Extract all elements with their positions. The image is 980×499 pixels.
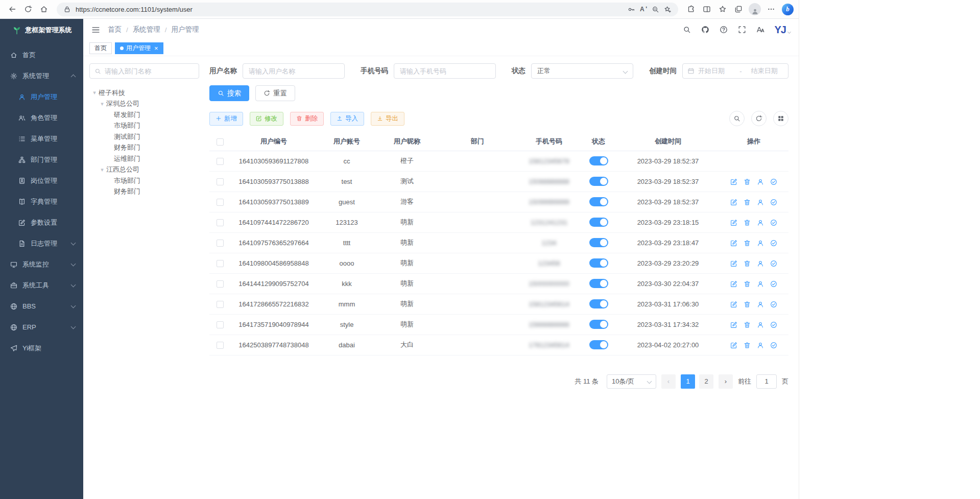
reset-password-icon[interactable]	[757, 301, 764, 308]
reset-password-icon[interactable]	[757, 342, 764, 349]
split-screen-icon[interactable]	[700, 2, 714, 16]
edit-row-icon[interactable]	[730, 240, 737, 247]
assign-role-icon[interactable]	[770, 240, 777, 247]
browser-back-icon[interactable]	[5, 2, 19, 16]
column-settings-button[interactable]	[773, 111, 788, 126]
caret-down-icon[interactable]: ▾	[98, 101, 106, 107]
export-button[interactable]: 导出	[371, 112, 404, 126]
reset-button[interactable]: 重置	[255, 85, 295, 101]
zoom-out-icon[interactable]	[652, 6, 659, 13]
edit-row-icon[interactable]	[730, 260, 737, 267]
row-checkbox[interactable]	[217, 219, 224, 226]
fullscreen-icon[interactable]	[738, 26, 746, 34]
sidebar-item-menu-management[interactable]: 菜单管理	[0, 128, 83, 149]
delete-row-icon[interactable]	[744, 199, 751, 206]
delete-row-icon[interactable]	[744, 280, 751, 288]
status-toggle[interactable]	[589, 156, 608, 165]
page-2-button[interactable]: 2	[699, 374, 713, 389]
edit-row-icon[interactable]	[730, 199, 737, 206]
edit-row-icon[interactable]	[730, 280, 737, 288]
status-toggle[interactable]	[589, 320, 608, 329]
browser-refresh-icon[interactable]	[21, 2, 35, 16]
page-size-select[interactable]: 10条/页	[607, 374, 656, 389]
row-checkbox[interactable]	[217, 199, 224, 206]
tree-node[interactable]: 运维部门	[89, 153, 199, 164]
edit-row-icon[interactable]	[730, 342, 737, 349]
extensions-icon[interactable]	[684, 2, 698, 16]
sidebar-item-system-tools[interactable]: 系统工具	[0, 275, 83, 296]
read-aloud-icon[interactable]: A ʹ	[640, 6, 647, 13]
row-checkbox[interactable]	[217, 321, 224, 328]
favorite-star-icon[interactable]	[664, 6, 672, 13]
sidebar-item-system-management[interactable]: 系统管理	[0, 65, 83, 86]
status-toggle[interactable]	[589, 218, 608, 227]
reset-password-icon[interactable]	[757, 199, 764, 206]
tree-node[interactable]: ▾橙子科技	[89, 87, 199, 99]
modify-button[interactable]: 修改	[250, 112, 283, 126]
collections-icon[interactable]	[731, 2, 746, 16]
sidebar-item-dept-management[interactable]: 部门管理	[0, 149, 83, 170]
row-checkbox[interactable]	[217, 158, 224, 165]
sidebar-collapse-icon[interactable]	[91, 26, 100, 34]
status-toggle[interactable]	[589, 238, 608, 247]
goto-page-input[interactable]	[756, 374, 777, 389]
assign-role-icon[interactable]	[770, 199, 777, 206]
delete-row-icon[interactable]	[744, 219, 751, 226]
row-checkbox[interactable]	[217, 280, 224, 288]
import-button[interactable]: 导入	[330, 112, 364, 126]
sidebar-item-dict-management[interactable]: 字典管理	[0, 191, 83, 212]
edit-row-icon[interactable]	[730, 219, 737, 226]
tree-node[interactable]: 财务部门	[89, 142, 199, 154]
delete-row-icon[interactable]	[744, 260, 751, 267]
password-key-icon[interactable]	[628, 6, 635, 13]
dept-search-input[interactable]	[105, 67, 194, 75]
sidebar-item-param-settings[interactable]: 参数设置	[0, 212, 83, 233]
search-button[interactable]: 搜索	[209, 85, 249, 101]
page-1-button[interactable]: 1	[681, 374, 695, 389]
sidebar-item-home[interactable]: 首页	[0, 44, 83, 65]
status-toggle[interactable]	[589, 279, 608, 288]
close-icon[interactable]: ×	[154, 45, 158, 52]
toggle-search-button[interactable]	[729, 111, 745, 126]
assign-role-icon[interactable]	[770, 280, 777, 288]
edit-row-icon[interactable]	[730, 301, 737, 308]
sidebar-item-yi-framework[interactable]: Yi框架	[0, 338, 83, 359]
browser-profile-avatar[interactable]	[749, 3, 761, 15]
assign-role-icon[interactable]	[770, 321, 777, 328]
row-checkbox[interactable]	[217, 240, 224, 247]
tree-node[interactable]: 市场部门	[89, 121, 199, 132]
sidebar-item-erp[interactable]: ERP	[0, 317, 83, 338]
assign-role-icon[interactable]	[770, 178, 777, 185]
sidebar-item-system-monitor[interactable]: 系统监控	[0, 254, 83, 275]
reset-password-icon[interactable]	[757, 280, 764, 288]
copilot-icon[interactable]: b	[782, 4, 794, 15]
prev-page-button[interactable]: ‹	[661, 374, 676, 389]
header-search-icon[interactable]	[683, 26, 691, 34]
sidebar-item-role-management[interactable]: 角色管理	[0, 107, 83, 128]
select-all-checkbox[interactable]	[217, 138, 224, 146]
tab-user-management[interactable]: 用户管理×	[115, 42, 163, 54]
github-icon[interactable]	[701, 26, 709, 34]
status-toggle[interactable]	[589, 197, 608, 206]
edit-row-icon[interactable]	[730, 178, 737, 185]
delete-row-icon[interactable]	[744, 178, 751, 185]
address-bar[interactable]: https://ccnetcore.com:1101/system/user A…	[57, 3, 678, 16]
sidebar-item-bbs[interactable]: BBS	[0, 296, 83, 317]
next-page-button[interactable]: ›	[719, 374, 733, 389]
status-select[interactable]: 正常	[531, 63, 633, 79]
username-input[interactable]	[243, 63, 345, 79]
help-icon[interactable]	[720, 26, 728, 34]
browser-home-icon[interactable]	[37, 2, 51, 16]
breadcrumb-item[interactable]: 首页	[108, 25, 122, 34]
status-toggle[interactable]	[589, 299, 608, 308]
url-text[interactable]: https://ccnetcore.com:1101/system/user	[76, 6, 623, 13]
delete-row-icon[interactable]	[744, 301, 751, 308]
sidebar-item-log-management[interactable]: 日志管理	[0, 233, 83, 254]
tab-home[interactable]: 首页	[89, 42, 112, 54]
delete-row-icon[interactable]	[744, 321, 751, 328]
edit-row-icon[interactable]	[730, 321, 737, 328]
sidebar-item-post-management[interactable]: 岗位管理	[0, 170, 83, 191]
tree-node[interactable]: 财务部门	[89, 186, 199, 198]
assign-role-icon[interactable]	[770, 342, 777, 349]
app-logo[interactable]: 意框架管理系统	[0, 19, 83, 41]
